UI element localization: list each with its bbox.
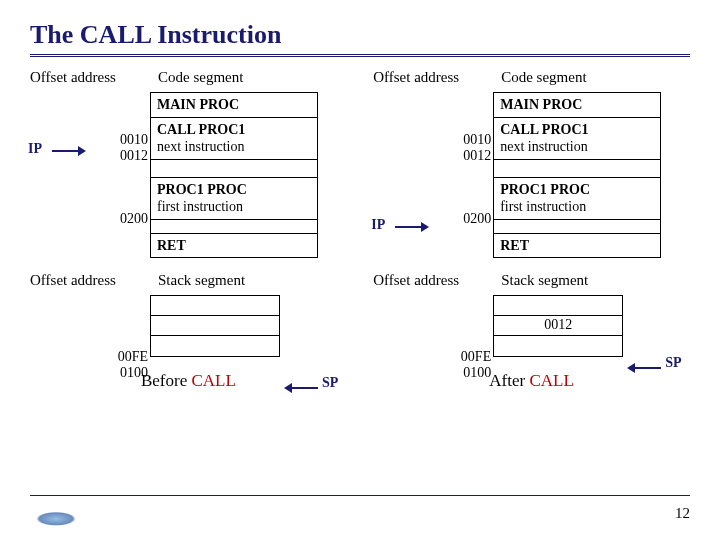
- stack-cell-1-l: [151, 316, 279, 336]
- main-proc-l: MAIN PROC: [151, 93, 317, 118]
- addr-0010-l: 0010: [30, 132, 148, 148]
- proc1-proc-l: PROC1 PROC: [157, 182, 247, 197]
- code-seg-box-left: MAIN PROC CALL PROC1 next instruction PR…: [150, 92, 318, 258]
- gap1-r: [494, 160, 660, 178]
- call-proc1-r: CALL PROC1: [500, 122, 588, 137]
- gap2-r: [494, 220, 660, 234]
- sp-arrow-after: [627, 361, 661, 375]
- stack-box-left: [150, 295, 280, 357]
- stack-cell-2-r: [494, 336, 622, 356]
- page-number: 12: [675, 505, 690, 522]
- ret-l: RET: [151, 234, 317, 258]
- caption-after-call: CALL: [529, 371, 573, 390]
- stack-box-right: 0012: [493, 295, 623, 357]
- first-instr-l: first instruction: [157, 199, 243, 214]
- addr-0012-l: 0012: [30, 148, 148, 164]
- addr-0100-r: 0100: [373, 365, 491, 381]
- header-code-left: Code segment: [158, 69, 243, 86]
- caption-before-call: CALL: [191, 371, 235, 390]
- caption-before-word: Before: [141, 371, 192, 390]
- addr-0200-right: 0200: [373, 211, 491, 227]
- call-proc1-l: CALL PROC1: [157, 122, 245, 137]
- call-next-l: CALL PROC1 next instruction: [151, 118, 317, 160]
- addr-00FE-0100-right: 00FE 0100: [373, 349, 491, 381]
- gap2-l: [151, 220, 317, 234]
- proc1-first-r: PROC1 PROC first instruction: [494, 178, 660, 220]
- addr-0100-l: 0100: [30, 365, 148, 381]
- addr-0200-r: 0200: [373, 211, 491, 227]
- header-stack-l: Stack segment: [158, 272, 245, 289]
- panels-row: Offset address Code segment IP 0010 0012…: [30, 69, 690, 391]
- stack-headers-right: Offset address Stack segment: [373, 272, 690, 289]
- next-instr-l: next instruction: [157, 139, 245, 154]
- stack-cell-0-l: [151, 296, 279, 316]
- gap1-l: [151, 160, 317, 178]
- code-col-headers-right: Offset address Code segment: [373, 69, 690, 86]
- call-next-r: CALL PROC1 next instruction: [494, 118, 660, 160]
- stack-headers-left: Offset address Stack segment: [30, 272, 347, 289]
- header-offset-stack-l: Offset address: [30, 272, 150, 289]
- next-instr-r: next instruction: [500, 139, 588, 154]
- code-seg-box-right: MAIN PROC CALL PROC1 next instruction PR…: [493, 92, 661, 258]
- addr-0010-0012-left: 0010 0012: [30, 132, 148, 164]
- before-panel: Offset address Code segment IP 0010 0012…: [30, 69, 347, 391]
- sp-arrow-before: [284, 381, 318, 395]
- header-offset-right: Offset address: [373, 69, 493, 86]
- code-col-headers-left: Offset address Code segment: [30, 69, 347, 86]
- first-instr-r: first instruction: [500, 199, 586, 214]
- addr-00FE-0100-left: 00FE 0100: [30, 349, 148, 381]
- bottom-rule: [30, 495, 690, 496]
- header-offset-left: Offset address: [30, 69, 150, 86]
- stack-cell-2-l: [151, 336, 279, 356]
- ret-r: RET: [494, 234, 660, 258]
- header-offset-stack-r: Offset address: [373, 272, 493, 289]
- after-panel: Offset address Code segment IP 0010 0012…: [373, 69, 690, 391]
- addr-0010-r: 0010: [373, 132, 491, 148]
- addr-0200-l: 0200: [30, 211, 148, 227]
- addr-0010-0012-right: 0010 0012: [373, 132, 491, 164]
- header-code-right: Code segment: [501, 69, 586, 86]
- stack-cell-0-r: [494, 296, 622, 316]
- svg-marker-7: [627, 363, 635, 373]
- main-proc-r: MAIN PROC: [494, 93, 660, 118]
- addr-00FE-r: 00FE: [373, 349, 491, 365]
- slide-title: The CALL Instruction: [30, 20, 690, 57]
- caption-after-word: After: [489, 371, 529, 390]
- header-stack-r: Stack segment: [501, 272, 588, 289]
- addr-00FE-l: 00FE: [30, 349, 148, 365]
- logo-globe-icon: [28, 502, 84, 530]
- stack-cell-1-r: 0012: [494, 316, 622, 336]
- addr-0200-left: 0200: [30, 211, 148, 227]
- sp-label-before: SP: [322, 375, 338, 391]
- proc1-proc-r: PROC1 PROC: [500, 182, 590, 197]
- proc1-first-l: PROC1 PROC first instruction: [151, 178, 317, 220]
- svg-marker-3: [284, 383, 292, 393]
- sp-label-after: SP: [665, 355, 681, 371]
- addr-0012-r: 0012: [373, 148, 491, 164]
